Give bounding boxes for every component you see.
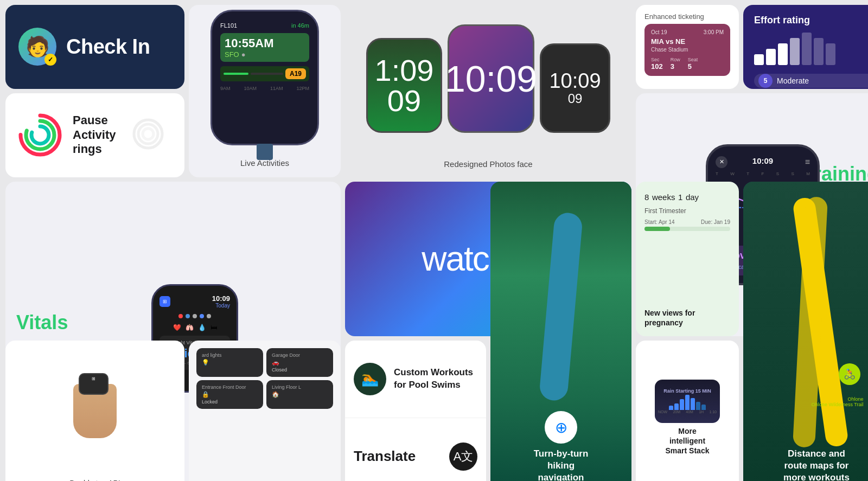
svg-point-4	[138, 124, 158, 144]
widget-door-icon: 🔒	[202, 391, 258, 398]
watch-time-live: 10:55AM	[225, 36, 305, 50]
eta-label: in 46m	[291, 22, 309, 29]
pregnancy-progress: Start: Apr 14 Due: Jan 19	[644, 219, 730, 231]
watch-app-icon: ⊞	[159, 296, 170, 307]
svg-point-5	[143, 129, 154, 139]
workout-translate-card: 🏊 Custom Workouts for Pool Swims Transla…	[345, 341, 486, 482]
photos-card: 1:0909 10:09 10:09 09 Redesign	[345, 5, 631, 177]
widget-door[interactable]: Entrance Front Door 🔒 Locked	[196, 380, 263, 409]
ticket-seats: Sec 102 Row 3 Seat 5	[651, 57, 724, 70]
effort-bar-5	[802, 33, 812, 65]
watch-dest: SFO ●	[225, 50, 305, 59]
widget-lights[interactable]: ard lights 💡	[196, 348, 263, 377]
ss-bar-1	[669, 406, 673, 410]
flight-badge: A19	[285, 68, 306, 79]
time-labels-row: NOW 20M 40M 1H 1:10	[655, 410, 720, 414]
hand-shape: ⊞	[73, 384, 117, 438]
widget-garage[interactable]: Garage Door 🚗 Closed	[266, 348, 333, 377]
activity-rings	[18, 113, 62, 157]
flight-number: FL101	[220, 22, 237, 29]
vitals-title-container: Vitals	[16, 311, 68, 334]
sec-label: Sec	[651, 57, 663, 62]
vitals-watch-time: 10:09	[212, 294, 230, 303]
vitals-title: Vitals	[16, 311, 68, 334]
watch-photo-nature: 1:0909	[366, 38, 442, 133]
rain-label: Rain Starting 15 MIN	[663, 388, 711, 394]
hiking-card: ⊕ Turn-by-turn hiking navigation	[490, 182, 631, 482]
effort-bar-7	[826, 43, 835, 65]
widget-lights-icon: 💡	[202, 359, 258, 366]
doubletap-label: Double tap API	[69, 479, 120, 482]
row-label: Row	[671, 57, 680, 62]
translate-section: Translate A文	[345, 418, 486, 482]
pause-card: Pause Activity rings	[5, 93, 184, 177]
effort-bar-1	[754, 54, 764, 65]
wrist-watch: ⊞	[79, 373, 108, 395]
ss-bar-3	[680, 399, 684, 410]
wilderness-cyclist-icon: 🚴	[839, 363, 860, 385]
vitals-watch-date: Today	[215, 303, 230, 309]
wilderness-label: Distance and route maps for more workout…	[775, 448, 858, 481]
effort-card: Effort rating 5 Moderate	[743, 5, 868, 89]
widget-door-label: Entrance Front Door	[202, 384, 258, 390]
effort-bars	[754, 33, 868, 65]
effort-level-label: Moderate	[777, 76, 809, 85]
translate-icon: A文	[449, 442, 477, 471]
watch-time-bar: 10:55AM SFO ●	[220, 33, 309, 62]
dot-activity	[186, 314, 190, 318]
wilderness-card: 🚴 OhloneOhlone Wilderness Trail Distance…	[743, 182, 868, 482]
avatar: 🧑	[18, 28, 56, 66]
effort-bar-3	[778, 43, 788, 65]
pause-label: Pause Activity rings	[73, 113, 116, 156]
photos-label: Redesigned Photos face	[444, 159, 532, 169]
due-label: Due: Jan 19	[701, 219, 730, 225]
widget-lights-label: ard lights	[202, 352, 258, 358]
effort-bar-2	[766, 49, 776, 65]
row-val: 3	[671, 62, 680, 70]
translate-label: Translate	[354, 448, 416, 465]
widgets-card: ard lights 💡 Garage Door 🚗 Closed Entran…	[189, 341, 341, 482]
ultra-menu-icon: ≡	[805, 157, 810, 167]
ss-bar-2	[674, 403, 679, 410]
trail-label: OhloneOhlone Wilderness Trail	[812, 396, 864, 407]
watch-photo-abstract: 10:09	[448, 24, 534, 133]
ultra-time: 10:09	[752, 156, 773, 165]
ss-bar-4	[685, 395, 690, 410]
effort-slider[interactable]: 5 Moderate	[754, 74, 868, 88]
ticket-time: 3:00 PM	[704, 29, 724, 35]
ss-bar-5	[691, 398, 695, 410]
ss-bar-7	[701, 405, 706, 410]
trimester: First Trimester	[644, 207, 730, 215]
effort-bar-4	[790, 38, 800, 65]
smartstack-label: More intelligent Smart Stack	[666, 426, 710, 456]
effort-level-badge: 5	[758, 74, 773, 88]
hand-image: ⊞	[73, 348, 117, 474]
ticket-game: MIA vs NE	[651, 37, 724, 46]
widget-garage-label: Garage Door	[272, 352, 328, 358]
pregnancy-bar-bg	[644, 227, 730, 231]
widget-floor-light[interactable]: Living Floor L 🏠	[266, 380, 333, 409]
health-metrics-dots	[159, 314, 230, 318]
effort-title: Effort rating	[754, 15, 868, 26]
timeline-bar: A19	[220, 66, 309, 81]
ticket-date: Oct 19	[651, 29, 667, 35]
watch-photo-bw: 10:09 09	[540, 43, 610, 133]
widgets-label: Interactive widgets	[196, 479, 333, 482]
doubletap-card: ⊞ Double tap API	[5, 341, 184, 482]
pregnancy-bar-fill	[644, 227, 670, 231]
widget-garage-icon: 🚗	[272, 359, 328, 366]
main-grid: 🧑 Check In Pause Activity rings	[5, 5, 863, 477]
smartstack-card: Rain Starting 15 MIN NOW 20M 40M 1H 1:10…	[636, 341, 739, 482]
pregnancy-card: 8 weeks 1 day First Trimester Start: Apr…	[636, 182, 739, 336]
rain-bars	[665, 394, 710, 410]
widget-floor-icon: 🏠	[272, 391, 328, 398]
smartstack-watch-display: Rain Starting 15 MIN NOW 20M 40M 1H 1:10	[655, 380, 720, 423]
pregnancy-weeks: 8 weeks 1 day	[644, 190, 730, 203]
widget-garage-status: Closed	[272, 367, 328, 373]
dot-other	[207, 314, 211, 318]
widgets-row-2: Entrance Front Door 🔒 Locked Living Floo…	[196, 380, 333, 409]
health-icons-row: ❤️ 🫁 💧 🛏	[159, 324, 230, 331]
pause-text: Pause Activity rings	[73, 113, 116, 156]
ticketing-card: Enhanced ticketing Oct 19 3:00 PM MIA vs…	[636, 5, 739, 89]
hiking-label: Turn-by-turn hiking navigation	[534, 448, 589, 481]
